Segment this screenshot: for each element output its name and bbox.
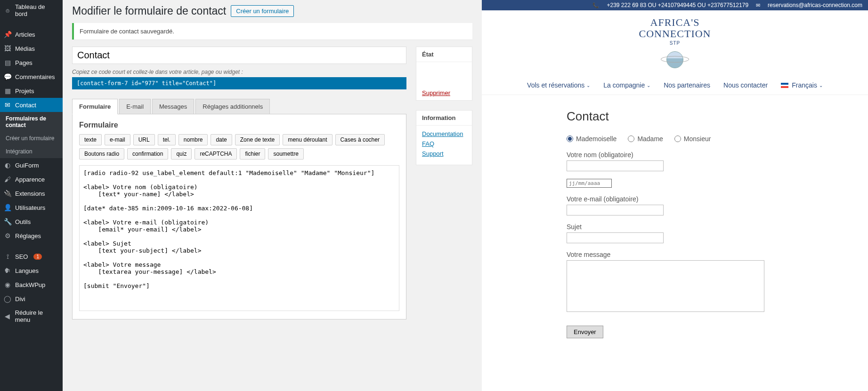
date-input[interactable] — [567, 179, 612, 188]
radio-mademoiselle[interactable]: Mademoiselle — [567, 135, 617, 143]
sidebar-item-languages[interactable]: 🗣Langues — [0, 263, 63, 278]
radio-monsieur[interactable]: Monsieur — [674, 135, 711, 143]
tag-url[interactable]: URL — [133, 134, 155, 145]
info-box: Information Documentation FAQ Support — [416, 110, 472, 165]
tag-textarea[interactable]: Zone de texte — [235, 134, 280, 145]
form-code-textarea[interactable] — [79, 165, 399, 311]
tag-recaptcha[interactable]: reCAPTCHA — [195, 148, 237, 160]
language-icon: 🗣 — [4, 267, 11, 274]
shortcode-help-text: Copiez ce code court et collez-le dans v… — [72, 69, 406, 75]
success-notice: Formulaire de contact sauvegardé. — [72, 23, 472, 40]
sidebar-sub-integration[interactable]: Intégration — [0, 145, 63, 158]
tag-number[interactable]: nombre — [178, 134, 208, 145]
sidebar-item-tools[interactable]: 🔧Outils — [0, 215, 63, 229]
support-link[interactable]: Support — [422, 150, 466, 157]
front-nav: Vols et réservations⌄ La compagnie⌄ Nos … — [482, 76, 868, 95]
sidebar-item-media[interactable]: 🖾Médias — [0, 41, 63, 56]
form-tabs: Formulaire E-mail Messages Réglages addi… — [72, 99, 406, 114]
radio-monsieur-input[interactable] — [674, 136, 681, 142]
status-box-title: État — [416, 47, 472, 62]
nav-language[interactable]: Français⌄ — [781, 81, 823, 89]
tag-email[interactable]: e-mail — [105, 134, 130, 145]
tag-checkbox[interactable]: Cases à cocher — [335, 134, 385, 145]
sidebar-item-pages[interactable]: ▤Pages — [0, 56, 63, 70]
name-input[interactable] — [567, 160, 664, 171]
submit-button[interactable]: Envoyer — [567, 326, 603, 338]
tag-dropdown[interactable]: menu déroulant — [283, 134, 332, 145]
label-name: Votre nom (obligatoire) — [567, 151, 764, 159]
sidebar-item-projects[interactable]: ▦Projets — [0, 84, 63, 98]
info-box-title: Information — [416, 111, 472, 126]
logo-line2: CONNECTION — [482, 28, 868, 40]
chevron-down-icon: ⌄ — [819, 83, 823, 88]
tab-additional[interactable]: Réglages additionnels — [195, 99, 270, 114]
sidebar-item-guiform[interactable]: ◐GuiForm — [0, 158, 63, 172]
tag-radio[interactable]: Boutons radio — [79, 148, 124, 160]
projects-icon: ▦ — [4, 87, 11, 95]
pin-icon: 📌 — [4, 31, 11, 38]
page-title: Modifier le formulaire de contact — [72, 5, 226, 17]
nav-flights[interactable]: Vols et réservations⌄ — [527, 81, 590, 89]
dashboard-icon: ⌾ — [4, 7, 11, 14]
sidebar-item-dashboard[interactable]: ⌾Tableau de bord — [0, 0, 63, 21]
front-page-title: Contact — [567, 109, 764, 124]
label-email: Votre e-mail (obligatoire) — [567, 195, 764, 203]
tag-confirm[interactable]: confirmation — [127, 148, 168, 160]
tag-submit[interactable]: soumettre — [268, 148, 303, 160]
shortcode-display[interactable]: [contact-form-7 id="977" title="Contact"… — [72, 77, 406, 89]
tab-formulaire[interactable]: Formulaire — [72, 99, 118, 114]
radio-mademoiselle-input[interactable] — [567, 136, 573, 142]
doc-link[interactable]: Documentation — [422, 130, 466, 137]
sidebar-item-comments[interactable]: 💬Commentaires — [0, 70, 63, 84]
sidebar-sub-create[interactable]: Créer un formulaire — [0, 132, 63, 145]
nav-company[interactable]: La compagnie⌄ — [603, 81, 650, 89]
sidebar-item-divi[interactable]: ◯Divi — [0, 292, 63, 306]
sliders-icon: ⚙ — [4, 232, 11, 239]
sidebar-item-settings[interactable]: ⚙Réglages — [0, 229, 63, 243]
sidebar-item-collapse[interactable]: ◀Réduire le menu — [0, 306, 63, 327]
front-header: AFRICA'S CONNECTION STP — [482, 10, 868, 76]
sidebar-item-users[interactable]: 👤Utilisateurs — [0, 200, 63, 215]
divi-icon: ◯ — [4, 295, 11, 303]
create-form-button[interactable]: Créer un formulaire — [231, 5, 294, 17]
faq-link[interactable]: FAQ — [422, 140, 466, 147]
nav-contact[interactable]: Nous contacter — [723, 81, 768, 89]
page-icon: ▤ — [4, 59, 11, 66]
message-textarea[interactable] — [567, 260, 764, 312]
sidebar-item-appearance[interactable]: 🖌Apparence — [0, 172, 63, 186]
tab-messages[interactable]: Messages — [152, 99, 194, 114]
radio-madame-input[interactable] — [628, 136, 634, 142]
user-icon: 👤 — [4, 204, 11, 211]
backup-icon: ◉ — [4, 281, 11, 288]
wrench-icon: 🔧 — [4, 218, 11, 225]
sidebar-sub-forms[interactable]: Formulaires de contact — [0, 112, 63, 132]
email-input[interactable] — [567, 205, 664, 215]
brush-icon: 🖌 — [4, 176, 11, 183]
sidebar-item-backwpup[interactable]: ◉BackWPup — [0, 278, 63, 292]
collapse-icon: ◀ — [4, 312, 11, 320]
sidebar-item-plugins[interactable]: 🔌Extensions — [0, 186, 63, 200]
front-email[interactable]: reservations@africas-connection.com — [768, 2, 862, 8]
tag-file[interactable]: fichier — [240, 148, 265, 160]
delete-link[interactable]: Supprimer — [416, 86, 472, 100]
logo-line3: STP — [482, 40, 868, 46]
tag-tel[interactable]: tel. — [158, 134, 176, 145]
chevron-down-icon: ⌄ — [647, 83, 650, 88]
form-title-input[interactable] — [72, 47, 406, 64]
tag-date[interactable]: date — [211, 134, 232, 145]
nav-partners[interactable]: Nos partenaires — [664, 81, 710, 89]
tag-quiz[interactable]: quiz — [171, 148, 192, 160]
front-topbar: 📞 +239 222 69 83 OU +24107949445 OU +237… — [482, 0, 868, 10]
seo-badge: 1 — [33, 254, 42, 260]
subject-input[interactable] — [567, 232, 664, 243]
logo-line1: AFRICA'S — [482, 17, 868, 28]
tag-texte[interactable]: texte — [79, 134, 102, 145]
sidebar-item-contact[interactable]: ✉Contact — [0, 98, 63, 112]
plugin-icon: 🔌 — [4, 190, 11, 197]
sidebar-item-seo[interactable]: ⟟SEO1 — [0, 249, 63, 263]
radio-madame[interactable]: Madame — [628, 135, 663, 143]
media-icon: 🖾 — [4, 45, 11, 52]
seo-icon: ⟟ — [4, 253, 11, 260]
sidebar-item-articles[interactable]: 📌Articles — [0, 27, 63, 41]
tab-email[interactable]: E-mail — [119, 99, 151, 114]
